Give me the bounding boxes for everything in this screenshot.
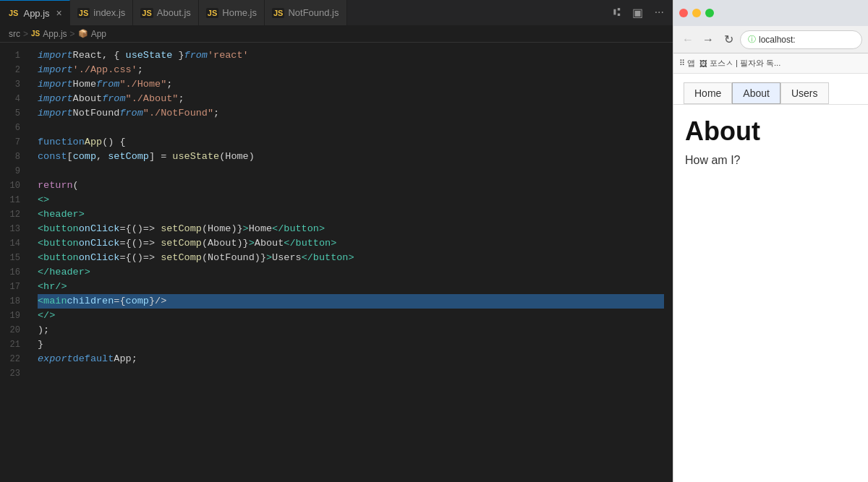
bookmark-apps[interactable]: ⠿ 앱 (679, 58, 695, 69)
layout-icon[interactable]: ▣ (629, 4, 646, 21)
breadcrumb-sep2: > (70, 29, 75, 39)
breadcrumb-file[interactable]: App.js (43, 29, 67, 39)
page-title: About (685, 116, 856, 147)
line-number-7: 7 (0, 135, 29, 150)
code-line-21[interactable]: } (38, 337, 664, 352)
line-number-4: 4 (0, 92, 29, 106)
bookmark-posts-label: 포스ㅅ | 필자와 독... (710, 58, 780, 69)
branch-icon[interactable]: ⑆ (610, 4, 624, 21)
tab-notfound-js[interactable]: JS NotFound.js (265, 0, 347, 25)
code-line-1[interactable]: import React, { useState } from 'react' (38, 48, 664, 63)
breadcrumb-sep1: > (23, 29, 28, 39)
browser-home-btn[interactable]: Home (684, 82, 732, 104)
code-line-12[interactable]: <header> (38, 207, 664, 222)
browser-users-btn[interactable]: Users (780, 82, 829, 104)
code-line-14[interactable]: <button onClick={() => setComp(About)}>A… (38, 236, 664, 251)
tab-label-homejs: Home.js (222, 7, 257, 18)
bookmarks-bar: ⠿ 앱 🖼 포스ㅅ | 필자와 독... (673, 53, 868, 74)
code-content[interactable]: import React, { useState } from 'react'i… (29, 43, 673, 482)
tab-label-appjs: App.js (23, 8, 49, 19)
lock-icon: ⓘ (748, 34, 756, 45)
code-line-16[interactable]: </header> (38, 265, 664, 280)
line-number-13: 13 (0, 222, 29, 236)
code-line-6[interactable] (38, 121, 664, 135)
code-line-20[interactable]: ); (38, 323, 664, 337)
code-line-7[interactable]: function App() { (38, 135, 664, 150)
breadcrumb-src[interactable]: src (9, 29, 20, 39)
code-line-22[interactable]: export default App; (38, 352, 664, 366)
line-number-2: 2 (0, 63, 29, 77)
back-button[interactable]: ← (679, 31, 697, 48)
code-line-19[interactable]: </> (38, 309, 664, 323)
bookmark-img-icon: 🖼 (699, 59, 707, 68)
window-close-btn[interactable] (679, 9, 688, 17)
tab-bar: JS App.js × JS index.js JS About.js JS H… (0, 0, 673, 25)
line-numbers: 1234567891011121314151617181920212223 (0, 43, 29, 482)
code-line-11[interactable]: <> (38, 193, 664, 207)
line-number-6: 6 (0, 121, 29, 135)
apps-icon: ⠿ (679, 59, 685, 68)
close-tab-appjs[interactable]: × (56, 7, 62, 19)
code-line-5[interactable]: import NotFound from "./NotFound"; (38, 106, 664, 121)
code-area[interactable]: 1234567891011121314151617181920212223 im… (0, 43, 673, 482)
forward-button[interactable]: → (699, 31, 717, 48)
code-line-3[interactable]: import Home from "./Home"; (38, 77, 664, 92)
tab-actions: ⑆ ▣ ··· (610, 4, 673, 21)
code-line-9[interactable] (38, 164, 664, 178)
code-line-18[interactable]: <main children={comp}/> (38, 294, 664, 309)
line-number-11: 11 (0, 193, 29, 207)
browser-about-btn[interactable]: About (732, 82, 780, 104)
bookmark-posts[interactable]: 🖼 포스ㅅ | 필자와 독... (699, 58, 780, 69)
editor-panel: JS App.js × JS index.js JS About.js JS H… (0, 0, 673, 482)
address-bar[interactable]: ⓘ localhost: (740, 30, 862, 49)
code-line-23[interactable] (38, 366, 664, 381)
refresh-button[interactable]: ↻ (720, 31, 737, 48)
js-icon-aboutjs: JS (140, 8, 153, 18)
breadcrumb: src > JS App.js > 📦 App (0, 25, 673, 43)
code-line-13[interactable]: <button onClick={() => setComp(Home)}>Ho… (38, 222, 664, 236)
js-icon-indexjs: JS (77, 8, 90, 18)
address-url: localhost: (759, 35, 796, 45)
line-number-16: 16 (0, 265, 29, 280)
tab-index-js[interactable]: JS index.js (70, 0, 134, 25)
browser-toolbar: ← → ↻ ⓘ localhost: (673, 26, 868, 53)
breadcrumb-symbol[interactable]: App (91, 29, 106, 39)
line-number-15: 15 (0, 251, 29, 265)
line-number-12: 12 (0, 207, 29, 222)
line-number-17: 17 (0, 280, 29, 294)
window-minimize-btn[interactable] (692, 9, 701, 17)
browser-nav-bar: Home About Users (673, 74, 868, 105)
line-number-19: 19 (0, 309, 29, 323)
tab-label-indexjs: index.js (93, 7, 125, 18)
line-number-5: 5 (0, 106, 29, 121)
tab-home-js[interactable]: JS Home.js (199, 0, 265, 25)
more-actions-icon[interactable]: ··· (652, 4, 667, 21)
code-line-17[interactable]: <hr/> (38, 280, 664, 294)
line-number-8: 8 (0, 150, 29, 164)
line-number-22: 22 (0, 352, 29, 366)
tab-label-aboutjs: About.js (157, 7, 191, 18)
browser-title-bar (673, 0, 868, 26)
page-body-text: How am I? (685, 154, 856, 167)
js-icon-notfoundjs: JS (272, 8, 284, 18)
window-maximize-btn[interactable] (705, 9, 714, 17)
code-line-10[interactable]: return ( (38, 178, 664, 193)
breadcrumb-box-icon: 📦 (78, 29, 88, 38)
line-number-1: 1 (0, 48, 29, 63)
code-line-8[interactable]: const [comp, setComp] = useState(Home) (38, 150, 664, 164)
code-line-2[interactable]: import './App.css'; (38, 63, 664, 77)
code-line-4[interactable]: import About from "./About"; (38, 92, 664, 106)
line-number-20: 20 (0, 323, 29, 337)
js-icon-appjs: JS (7, 8, 20, 18)
js-icon-homejs: JS (206, 8, 218, 18)
editor-wrapper: 1234567891011121314151617181920212223 im… (0, 43, 673, 482)
code-line-15[interactable]: <button onClick={() => setComp(NotFound)… (38, 251, 664, 265)
line-number-18: 18 (0, 294, 29, 309)
line-number-3: 3 (0, 77, 29, 92)
tab-app-js[interactable]: JS App.js × (0, 0, 70, 25)
line-number-14: 14 (0, 236, 29, 251)
browser-page-content: About How am I? (673, 105, 868, 178)
line-number-23: 23 (0, 366, 29, 381)
tab-about-js[interactable]: JS About.js (133, 0, 198, 25)
line-number-10: 10 (0, 178, 29, 193)
